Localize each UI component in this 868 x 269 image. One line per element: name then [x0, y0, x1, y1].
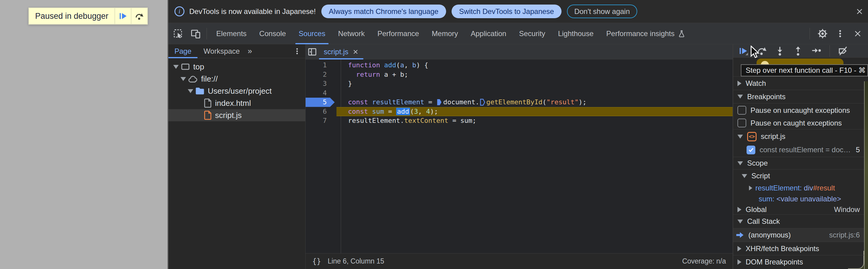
tab-console[interactable]: Console: [253, 23, 292, 44]
deactivate-breakpoints-button[interactable]: [838, 46, 848, 56]
scope-group-global[interactable]: Global Window: [733, 205, 864, 214]
scope-var-resultelement[interactable]: resultElement: div#result: [733, 182, 864, 193]
pretty-print-button[interactable]: {}: [312, 257, 321, 266]
chevron-down-icon[interactable]: [187, 89, 194, 93]
step-out-button[interactable]: [793, 46, 804, 56]
scope-var-sum[interactable]: sum: <value unavailable>: [733, 193, 864, 205]
navigator-more-tabs-button[interactable]: »: [248, 46, 252, 56]
breakpoint-file-group[interactable]: <> script.js: [733, 130, 864, 143]
code-token: }: [348, 80, 352, 87]
section-xhr-breakpoints[interactable]: XHR/fetch Breakpoints: [733, 242, 864, 255]
navigator-tab-bar: Page Workspace »: [168, 44, 305, 58]
section-call-stack[interactable]: Call Stack: [733, 214, 864, 228]
navigator-tab-workspace[interactable]: Workspace: [197, 44, 246, 58]
breakpoint-checkbox[interactable]: [747, 145, 755, 154]
settings-button[interactable]: [815, 26, 831, 42]
file-icon: [204, 98, 212, 108]
window-edge-strip: [864, 81, 868, 269]
code-token: [368, 98, 372, 106]
toggle-navigator-button[interactable]: [306, 44, 319, 59]
dont-show-again-button[interactable]: Don't show again: [567, 4, 637, 18]
tree-item-top[interactable]: top: [168, 61, 305, 73]
chevron-down-icon[interactable]: [180, 77, 187, 81]
chevron-down-icon: [738, 95, 743, 99]
code-token: resultElement: [372, 98, 424, 106]
line-number[interactable]: 6: [306, 107, 335, 116]
line-number[interactable]: 7: [306, 116, 335, 126]
tab-memory[interactable]: Memory: [426, 23, 465, 44]
section-dom-breakpoints[interactable]: DOM Breakpoints: [733, 255, 864, 268]
breakpoint-entry[interactable]: const resultElement = doc… 5: [733, 143, 864, 157]
tab-elements[interactable]: Elements: [210, 23, 253, 44]
scope-group-script[interactable]: Script: [733, 169, 864, 182]
code-editor[interactable]: 1234567 function add(a, b) { return a + …: [306, 59, 733, 253]
section-breakpoints[interactable]: Breakpoints: [733, 90, 864, 103]
step-button[interactable]: [811, 46, 822, 56]
tab-security[interactable]: Security: [513, 23, 552, 44]
code-token: sum: [372, 108, 384, 115]
step-into-icon: [775, 46, 785, 56]
line-number[interactable]: 3: [306, 79, 335, 88]
step-into-button[interactable]: [774, 46, 785, 56]
toolbar-separator: [207, 28, 207, 39]
switch-devtools-japanese-button[interactable]: Switch DevTools to Japanese: [452, 4, 562, 18]
step-icon: [811, 46, 822, 56]
info-icon: i: [175, 6, 184, 17]
step-over-button-banner[interactable]: [131, 8, 147, 24]
inline-breakpoint-marker[interactable]: [480, 99, 485, 106]
pause-uncaught-checkbox[interactable]: [738, 106, 746, 115]
close-tab-icon[interactable]: [352, 49, 359, 55]
toolbar-separator: [830, 45, 830, 57]
paused-in-debugger-banner: Paused in debugger: [28, 7, 148, 25]
kebab-menu-icon: [836, 29, 845, 38]
code-lines: function add(a, b) { return a + b;}const…: [337, 61, 733, 126]
code-token: document.: [443, 98, 479, 106]
code-token: textContent: [404, 117, 448, 124]
inspect-element-button[interactable]: [170, 26, 186, 42]
tab-network[interactable]: Network: [332, 23, 371, 44]
breakpoint-marker[interactable]: 5: [306, 98, 335, 107]
line-number[interactable]: 4: [306, 88, 335, 98]
code-token: 4: [426, 108, 430, 115]
call-stack-frame[interactable]: (anonymous) script.js:6: [733, 228, 864, 242]
navigator-tab-page[interactable]: Page: [168, 44, 197, 58]
editor-gutter: 1234567: [306, 61, 335, 126]
code-line-5: const resultElement = document.getElemen…: [337, 98, 733, 107]
tree-item-project-folder[interactable]: Users/user/project: [168, 85, 305, 97]
more-options-button[interactable]: [832, 26, 848, 42]
devtools-close-button[interactable]: [850, 26, 866, 42]
resume-script-button[interactable]: [115, 8, 131, 24]
chevron-down-icon: [738, 220, 743, 223]
editor-status-bar: {} Line 6, Column 15 Coverage: n/a: [306, 253, 733, 269]
line-number[interactable]: 1: [306, 61, 335, 70]
tab-application[interactable]: Application: [464, 23, 513, 44]
source-editor-pane: script.js 1234567 function add(a, b) { r…: [305, 44, 733, 269]
match-chrome-language-button[interactable]: Always match Chrome's language: [321, 4, 446, 18]
chevron-down-icon[interactable]: [173, 65, 179, 69]
chevron-down-icon: [742, 174, 747, 178]
tree-item-script-js[interactable]: script.js: [168, 109, 305, 121]
script-file-icon: [204, 110, 212, 120]
chevron-right-icon: [738, 207, 741, 212]
navigator-menu-button[interactable]: [293, 47, 301, 55]
tree-item-index-html[interactable]: index.html: [168, 97, 305, 109]
tab-sources[interactable]: Sources: [292, 23, 332, 44]
pause-caught-checkbox[interactable]: [738, 118, 746, 127]
inline-breakpoint-marker[interactable]: [437, 99, 442, 106]
editor-tab-bar: script.js: [306, 44, 733, 59]
device-toolbar-button[interactable]: [188, 26, 204, 42]
editor-tab-script-js[interactable]: script.js: [319, 44, 364, 59]
cloud-icon: [188, 74, 198, 83]
code-line-4: [337, 88, 733, 98]
section-scope[interactable]: Scope: [733, 157, 864, 169]
tab-lighthouse[interactable]: Lighthouse: [552, 23, 600, 44]
tab-performance[interactable]: Performance: [371, 23, 425, 44]
infobar-close-button[interactable]: [851, 7, 868, 16]
tree-item-file-protocol[interactable]: file://: [168, 73, 305, 85]
section-watch[interactable]: Watch: [733, 76, 864, 90]
chevron-right-icon: [738, 81, 741, 86]
tab-performance-insights[interactable]: Performance insights: [600, 23, 692, 44]
line-number[interactable]: 2: [306, 70, 335, 79]
code-token: ,: [418, 108, 426, 115]
resume-script-button[interactable]: [738, 46, 749, 56]
